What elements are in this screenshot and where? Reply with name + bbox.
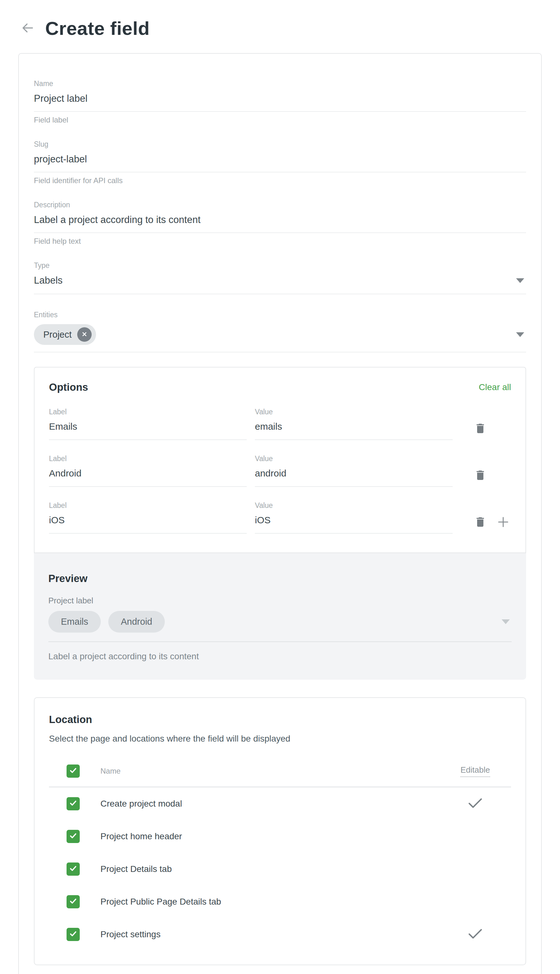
option-row: Label Value [49,455,511,487]
check-icon [468,929,482,941]
type-select[interactable]: Labels [34,275,526,294]
option-row: Label Value [49,408,511,440]
option-value-caption: Value [255,502,453,509]
location-row: Project Public Page Details tab [49,885,511,918]
check-icon [68,864,78,874]
location-checkbox[interactable] [67,862,80,876]
option-label-caption: Label [49,455,247,462]
description-field-label: Description [34,201,526,209]
remove-entity-button[interactable] [77,327,92,342]
location-row-name: Project home header [100,831,182,842]
caret-down-icon [502,620,510,624]
delete-option-button[interactable] [474,516,487,529]
description-field-group: Description Field help text [34,201,526,245]
location-row-editable [444,798,507,810]
option-value-col: Value [255,502,453,534]
preview-section: Preview Project label Emails Android Lab… [34,553,526,680]
close-icon [81,331,88,339]
option-row-actions [474,464,487,487]
location-row-name: Create project modal [100,799,182,809]
option-value-col: Value [255,408,453,440]
trash-icon [474,422,487,436]
create-field-page: Create field Name Field label Slug Field… [0,0,560,974]
check-icon [68,929,78,940]
option-label-col: Label [49,455,247,487]
delete-option-button[interactable] [474,469,487,483]
option-value-caption: Value [255,408,453,416]
location-row: Create project modal [49,787,511,820]
caret-down-icon [516,332,524,337]
description-input[interactable] [34,214,526,233]
name-input[interactable] [34,93,526,112]
option-label-input[interactable] [49,421,247,440]
slug-input[interactable] [34,154,526,172]
trash-icon [474,469,487,483]
option-label-input[interactable] [49,515,247,534]
location-table: Name Editable Create project moda [49,765,511,951]
delete-option-button[interactable] [474,422,487,436]
select-all-checkbox[interactable] [67,765,80,778]
slug-field-group: Slug Field identifier for API calls [34,141,526,184]
options-section: Options Clear all Label Value [34,367,526,553]
options-title: Options [49,381,88,393]
preview-chips: Emails Android [48,611,165,633]
option-row: Label Value [49,502,511,534]
entities-select[interactable]: Project [34,324,526,353]
entities-field-label: Entities [34,311,526,319]
location-checkbox[interactable] [67,797,80,810]
type-field-group: Type Labels [34,262,526,294]
check-icon [468,798,482,810]
option-label-col: Label [49,408,247,440]
type-field-label: Type [34,262,526,269]
preview-chip: Emails [48,611,101,633]
location-table-header: Name Editable [49,765,511,787]
location-section: Location Select the page and locations w… [34,697,526,965]
description-field-helper: Field help text [34,237,526,245]
preview-chip: Android [108,611,165,633]
check-icon [68,831,78,842]
slug-field-label: Slug [34,141,526,148]
location-checkbox[interactable] [67,830,80,843]
entity-chip-label: Project [43,329,72,340]
option-label-input[interactable] [49,468,247,487]
location-row: Project settings [49,918,511,951]
preview-labels-select[interactable]: Emails Android [48,611,512,642]
option-value-input[interactable] [255,515,453,534]
preview-title: Preview [48,573,512,585]
back-button[interactable] [20,20,36,37]
entities-field-group: Entities Project [34,311,526,353]
preview-field-label: Project label [48,596,512,605]
option-label-caption: Label [49,502,247,509]
plus-icon [496,515,510,530]
name-field-helper: Field label [34,116,526,124]
location-row-name: Project Details tab [100,864,172,874]
location-row-editable [444,929,507,941]
check-icon [68,799,78,809]
location-title: Location [49,713,511,725]
column-header-editable-wrap: Editable [444,765,507,777]
option-label-caption: Label [49,408,247,416]
page-header: Create field [0,0,560,39]
preview-help-text: Label a project according to its content [48,652,512,661]
add-option-button[interactable] [496,515,510,530]
page-title: Create field [45,18,150,39]
option-value-caption: Value [255,455,453,462]
check-icon [68,766,78,777]
location-row: Project Details tab [49,853,511,885]
location-checkbox[interactable] [67,928,80,941]
name-field-label: Name [34,80,526,87]
name-field-group: Name Field label [34,80,526,124]
trash-icon [474,516,487,529]
location-row: Project home header [49,820,511,853]
check-icon [68,896,78,907]
create-field-card: Name Field label Slug Field identifier f… [18,53,542,974]
column-header-editable: Editable [460,765,490,777]
type-select-value: Labels [34,275,62,286]
location-checkbox[interactable] [67,895,80,908]
option-value-input[interactable] [255,468,453,487]
location-row-name: Project settings [100,929,160,939]
option-value-input[interactable] [255,421,453,440]
column-header-name: Name [100,767,120,775]
arrow-left-icon [20,21,35,36]
clear-all-link[interactable]: Clear all [479,382,511,392]
